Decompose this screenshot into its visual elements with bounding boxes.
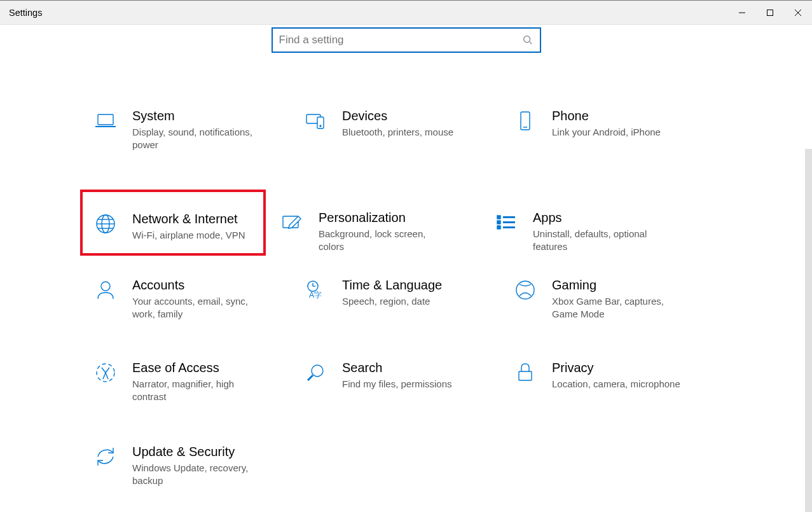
category-privacy[interactable]: Privacy Location, camera, microphone: [514, 357, 695, 441]
category-devices[interactable]: Devices Bluetooth, printers, mouse: [304, 106, 485, 190]
search-icon: [522, 34, 533, 46]
category-personalization[interactable]: Personalization Background, lock screen,…: [280, 190, 466, 256]
category-desc: Uninstall, defaults, optional features: [533, 228, 666, 254]
category-desc: Display, sound, notifications, power: [132, 126, 266, 152]
category-title: Search: [342, 360, 485, 376]
svg-rect-23: [497, 226, 500, 229]
svg-point-10: [320, 125, 321, 127]
category-apps[interactable]: Apps Uninstall, defaults, optional featu…: [495, 190, 680, 256]
content-area: System Display, sound, notifications, po…: [0, 25, 812, 512]
svg-rect-1: [767, 10, 773, 15]
category-accounts[interactable]: Accounts Your accounts, email, sync, wor…: [94, 275, 275, 338]
category-desc: Find my files, permissions: [342, 378, 476, 391]
svg-point-32: [312, 365, 323, 377]
search-input[interactable]: [279, 29, 522, 52]
laptop-icon: [94, 109, 117, 132]
category-desc: Background, lock screen, colors: [319, 228, 452, 254]
svg-rect-21: [497, 221, 500, 224]
titlebar: Settings: [0, 0, 812, 25]
svg-point-30: [516, 281, 534, 299]
close-icon: [794, 9, 802, 17]
svg-rect-19: [497, 216, 500, 219]
category-desc: Speech, region, date: [342, 295, 476, 308]
settings-grid: System Display, sound, notifications, po…: [94, 106, 724, 505]
category-title: Update & Security: [132, 444, 280, 460]
phone-icon: [514, 109, 537, 132]
grid-row: Accounts Your accounts, email, sync, wor…: [94, 275, 724, 338]
category-desc: Windows Update, recovery, backup: [132, 462, 266, 488]
grid-row: Network & Internet Wi-Fi, airplane mode,…: [94, 190, 724, 256]
svg-rect-34: [519, 371, 532, 380]
category-title: Time & Language: [342, 277, 485, 293]
minimize-button[interactable]: [728, 1, 756, 24]
category-desc: Link your Android, iPhone: [552, 126, 685, 139]
ease-icon: [94, 361, 117, 384]
time-icon: A字: [304, 279, 327, 301]
svg-line-33: [308, 375, 313, 380]
category-desc: Bluetooth, printers, mouse: [342, 126, 476, 139]
category-gaming[interactable]: Gaming Xbox Game Bar, captures, Game Mod…: [514, 275, 695, 338]
xbox-icon: [514, 279, 537, 301]
search-box[interactable]: [272, 27, 541, 53]
maximize-icon: [766, 9, 774, 17]
svg-rect-6: [98, 114, 113, 125]
category-title: Apps: [533, 210, 680, 226]
category-ease-of-access[interactable]: Ease of Access Narrator, magnifier, high…: [94, 357, 275, 441]
category-update[interactable]: Update & Security Windows Update, recove…: [94, 441, 280, 505]
magnify-icon: [304, 361, 327, 384]
category-title: Privacy: [552, 360, 695, 376]
category-title: Accounts: [132, 277, 275, 293]
category-desc: Your accounts, email, sync, work, family: [132, 295, 266, 321]
category-title: System: [132, 108, 275, 124]
close-button[interactable]: [784, 1, 812, 24]
globe-icon: [94, 212, 117, 235]
category-desc: Location, camera, microphone: [552, 378, 685, 391]
category-search[interactable]: Search Find my files, permissions: [304, 357, 485, 441]
svg-point-25: [101, 282, 110, 291]
svg-text:A字: A字: [309, 291, 322, 300]
category-network[interactable]: Network & Internet Wi-Fi, airplane mode,…: [80, 190, 266, 256]
list-icon: [495, 211, 518, 234]
category-title: Devices: [342, 108, 485, 124]
minimize-icon: [738, 9, 746, 17]
category-time[interactable]: A字 Time & Language Speech, region, date: [304, 275, 485, 338]
category-desc: Narrator, magnifier, high contrast: [132, 378, 266, 404]
category-title: Personalization: [319, 210, 466, 226]
category-desc: Xbox Game Bar, captures, Game Mode: [552, 295, 685, 321]
person-icon: [94, 279, 117, 301]
grid-row: System Display, sound, notifications, po…: [94, 106, 724, 190]
grid-row: Ease of Access Narrator, magnifier, high…: [94, 357, 724, 441]
category-title: Network & Internet: [132, 211, 263, 227]
window-controls: [728, 1, 812, 24]
devices-icon: [304, 109, 327, 132]
grid-row: Update & Security Windows Update, recove…: [94, 441, 724, 505]
maximize-button[interactable]: [756, 1, 784, 24]
category-phone[interactable]: Phone Link your Android, iPhone: [514, 106, 695, 190]
sync-icon: [94, 445, 117, 468]
category-desc: Wi-Fi, airplane mode, VPN: [132, 229, 263, 242]
svg-line-5: [529, 42, 532, 45]
svg-point-4: [523, 36, 530, 43]
category-title: Gaming: [552, 277, 695, 293]
vertical-scrollbar[interactable]: [805, 149, 812, 512]
lock-icon: [514, 361, 537, 384]
pen-icon: [280, 211, 303, 234]
category-system[interactable]: System Display, sound, notifications, po…: [94, 106, 275, 190]
category-title: Ease of Access: [132, 360, 275, 376]
category-title: Phone: [552, 108, 695, 124]
window-title: Settings: [9, 8, 42, 18]
